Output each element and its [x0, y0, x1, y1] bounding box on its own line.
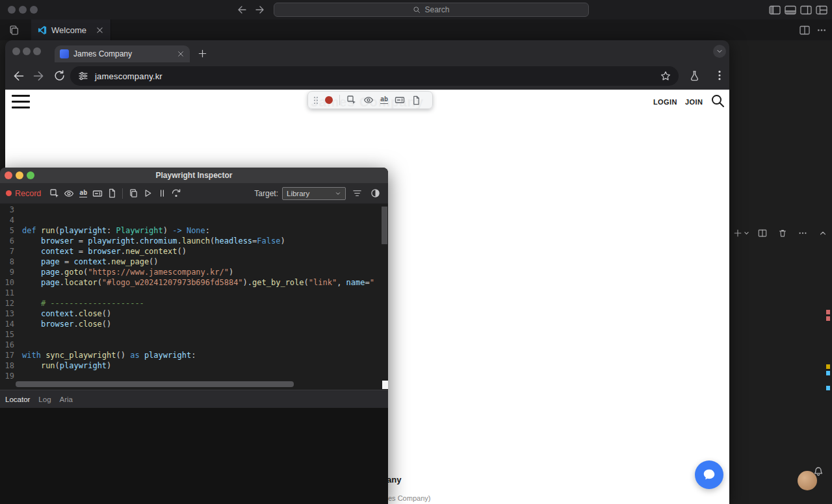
browser-zoom-button[interactable]: [33, 47, 41, 55]
target-controls: Target: Library: [254, 186, 382, 201]
tab-log[interactable]: Log: [38, 396, 51, 403]
plus-icon: [198, 49, 207, 58]
locator-panel[interactable]: [0, 408, 388, 504]
tab-welcome[interactable]: Welcome: [31, 19, 111, 40]
copy-button[interactable]: [126, 186, 140, 201]
split-terminal-button[interactable]: [755, 226, 770, 240]
maximize-panel-button[interactable]: [816, 226, 830, 240]
tab-search-button[interactable]: [713, 45, 726, 58]
tab-close-icon[interactable]: [96, 26, 104, 34]
vertical-scrollbar[interactable]: [382, 207, 387, 244]
split-editor-button[interactable]: [800, 25, 810, 35]
experiments-flask-icon[interactable]: [689, 70, 700, 81]
address-bar[interactable]: jamescompany.kr: [70, 66, 679, 86]
customize-layout-button[interactable]: [816, 5, 827, 15]
line-number: 18: [0, 360, 14, 371]
line-number: 19: [0, 371, 14, 381]
assert-value-button[interactable]: [90, 186, 105, 201]
history-back-button[interactable]: [237, 5, 247, 15]
record-button[interactable]: Record: [6, 189, 41, 198]
toggle-sidebar-button[interactable]: [769, 5, 781, 15]
record-icon[interactable]: [325, 96, 333, 104]
site-settings-icon[interactable]: [78, 71, 88, 81]
source-filter-button[interactable]: [350, 186, 364, 201]
overview-ruler-mark: [826, 310, 830, 314]
layout-sidebar-right-icon: [800, 5, 812, 15]
browser-menu-button[interactable]: [714, 69, 725, 81]
hamburger-icon: [12, 95, 30, 97]
bookmark-star-icon[interactable]: [660, 71, 671, 81]
code-line: 14 browser.close(): [0, 319, 388, 329]
tab-locator[interactable]: Locator: [5, 396, 30, 403]
code-line: 19: [0, 371, 388, 381]
inspector-minimize-button[interactable]: [16, 171, 23, 179]
record-icon: [6, 190, 12, 196]
code-line: 3: [0, 205, 388, 215]
chevron-up-icon: [818, 229, 827, 238]
assert-visibility-icon[interactable]: [363, 95, 374, 105]
hamburger-menu-button[interactable]: [12, 95, 30, 108]
pick-locator-button[interactable]: [47, 186, 62, 201]
toggle-panel-button[interactable]: [785, 5, 796, 15]
new-tab-button[interactable]: [198, 49, 207, 58]
toggle-secondary-sidebar-button[interactable]: [800, 5, 812, 15]
browser-tab[interactable]: James Company: [55, 45, 190, 62]
browser-close-button[interactable]: [12, 47, 20, 55]
code-text: def run(playwright: Playwright) -> None:: [22, 225, 210, 236]
back-button[interactable]: [12, 69, 25, 82]
window-close-button[interactable]: [8, 6, 16, 14]
target-dropdown[interactable]: Library: [282, 187, 346, 200]
assert-text-button[interactable]: ab: [76, 186, 90, 201]
drag-handle-icon[interactable]: [313, 96, 318, 105]
tab-close-icon[interactable]: [177, 50, 185, 58]
nav-join-link[interactable]: JOIN: [685, 98, 703, 106]
tab-aria[interactable]: Aria: [60, 396, 73, 403]
inspector-code[interactable]: 345def run(playwright: Playwright) -> No…: [0, 204, 388, 381]
theme-toggle-button[interactable]: [368, 186, 382, 201]
inspector-zoom-button[interactable]: [27, 171, 34, 179]
line-number: 8: [0, 257, 14, 267]
window-minimize-button[interactable]: [19, 6, 27, 14]
ellipsis-icon: [798, 229, 807, 238]
code-text: page.goto("https://www.jamescompany.kr/"…: [22, 267, 233, 277]
assert-value-icon[interactable]: [395, 95, 405, 105]
pause-button[interactable]: [155, 186, 169, 201]
nav-login-link[interactable]: LOGIN: [653, 98, 677, 106]
code-line: 11: [0, 288, 388, 298]
step-over-button[interactable]: [169, 186, 183, 201]
avatar[interactable]: [798, 471, 817, 490]
history-forward-button[interactable]: [255, 5, 265, 15]
step-over-icon: [171, 188, 181, 199]
assert-snapshot-icon[interactable]: [411, 95, 421, 105]
forward-button[interactable]: [32, 69, 46, 82]
playwright-recorder-toolbar[interactable]: ab: [307, 91, 433, 109]
assert-text-icon[interactable]: ab: [380, 96, 388, 104]
command-center-search[interactable]: Search: [274, 3, 589, 17]
editor-more-actions-button[interactable]: [816, 25, 827, 35]
assert-visibility-icon: [64, 188, 74, 199]
pick-locator-icon[interactable]: [346, 95, 357, 105]
line-number: 5: [0, 225, 14, 236]
url-text: jamescompany.kr: [95, 71, 162, 81]
layout-sidebar-left-icon: [769, 5, 781, 15]
window-zoom-button[interactable]: [30, 6, 38, 14]
assert-visibility-button[interactable]: [62, 186, 76, 201]
chat-widget-button[interactable]: [695, 460, 723, 489]
kill-terminal-button[interactable]: [775, 226, 790, 240]
inspector-close-button[interactable]: [5, 171, 12, 179]
chevron-down-icon: [335, 190, 341, 197]
resume-button[interactable]: [140, 186, 155, 201]
browser-minimize-button[interactable]: [23, 47, 31, 55]
reload-button[interactable]: [53, 69, 66, 82]
new-terminal-button[interactable]: [733, 226, 749, 240]
tab-favicon: [60, 49, 69, 58]
site-search-button[interactable]: [710, 93, 725, 108]
copy-icon[interactable]: [8, 25, 20, 36]
horizontal-scrollbar[interactable]: [16, 381, 294, 387]
assert-snapshot-button[interactable]: [105, 186, 119, 201]
scrollbar-corner: [382, 381, 388, 389]
line-number: 6: [0, 236, 14, 246]
record-label: Record: [15, 189, 41, 198]
code-line: 6 browser = playwright.chromium.launch(h…: [0, 236, 388, 246]
panel-more-actions-button[interactable]: [796, 226, 810, 240]
